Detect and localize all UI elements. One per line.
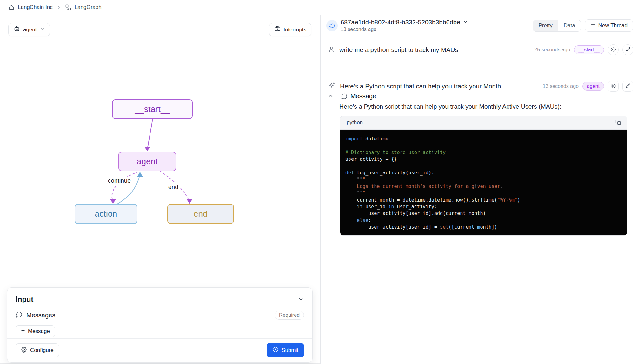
eye-icon <box>610 83 616 90</box>
workflow-icon <box>65 4 71 11</box>
new-thread-button[interactable]: New Thread <box>585 19 633 32</box>
copy-icon <box>615 120 621 126</box>
input-panel: Input Messages Required <box>7 287 313 363</box>
graph-node-end[interactable]: __end__ <box>167 204 234 224</box>
message-bubble-icon <box>341 93 348 100</box>
interrupts-label: Interrupts <box>283 27 306 33</box>
messages-field-label: Messages <box>26 312 55 319</box>
code-block-content: import datetime # Dictionary to store us… <box>340 130 627 235</box>
add-message-button[interactable]: Message <box>16 325 55 337</box>
view-toggle: Pretty Data <box>533 20 581 32</box>
input-field-messages: Messages Required <box>16 311 304 320</box>
graph-selector-dropdown[interactable]: agent <box>8 23 50 36</box>
message-row-ai: Here's a Python script that can help you… <box>328 81 633 92</box>
graph-panel: agent Interrupts __start__ agent action … <box>0 15 320 364</box>
sparkles-icon <box>328 82 336 91</box>
eye-icon <box>610 47 616 53</box>
breadcrumb-project[interactable]: LangGraph <box>65 4 102 11</box>
chevron-right-icon <box>56 5 61 10</box>
message-section-header: Message <box>328 93 376 100</box>
chevron-down-icon <box>463 19 468 26</box>
input-collapse-button[interactable] <box>298 296 304 303</box>
pencil-icon <box>625 83 631 89</box>
interrupts-button[interactable]: Interrupts <box>269 23 311 36</box>
view-message-button[interactable] <box>608 81 619 92</box>
plus-icon <box>21 328 25 335</box>
edge-label-continue: continue <box>106 177 133 185</box>
edit-message-button[interactable] <box>622 44 633 55</box>
timeline-connector <box>333 55 333 78</box>
copy-code-button[interactable] <box>615 120 621 126</box>
robot-icon <box>13 25 20 34</box>
submit-button[interactable]: Submit <box>267 343 304 357</box>
code-language-label: python <box>347 120 363 126</box>
graph-selector-label: agent <box>23 27 37 33</box>
edge-label-end: end <box>166 183 180 191</box>
message-section-label: Message <box>350 93 376 100</box>
view-toggle-data[interactable]: Data <box>558 20 581 31</box>
plus-icon <box>590 22 595 29</box>
thread-avatar <box>326 20 338 31</box>
configure-label: Configure <box>30 347 54 354</box>
node-badge-start[interactable]: __start__ <box>574 45 604 54</box>
gear-icon <box>21 347 27 354</box>
required-badge: Required <box>275 311 304 320</box>
human-message-timestamp: 25 seconds ago <box>534 47 570 53</box>
chevron-down-icon <box>40 26 45 33</box>
graph-node-start[interactable]: __start__ <box>112 99 193 119</box>
input-panel-title: Input <box>16 295 33 304</box>
chevron-up-icon <box>328 93 334 100</box>
view-message-button[interactable] <box>608 44 619 55</box>
thread-id: 687ae1dd-b802-4df8-b332-5203b3bb6dbe <box>341 19 460 26</box>
edit-message-button[interactable] <box>622 81 633 92</box>
view-toggle-pretty[interactable]: Pretty <box>533 20 558 31</box>
pencil-icon <box>625 47 631 53</box>
message-row-human: write me a python script to track my MAU… <box>328 44 633 55</box>
ai-message-timestamp: 13 seconds ago <box>543 83 579 89</box>
user-icon <box>328 46 335 54</box>
breadcrumb-org[interactable]: LangChain Inc <box>8 4 53 10</box>
play-circle-icon <box>272 346 279 354</box>
message-bubble-icon <box>16 311 23 319</box>
new-thread-label: New Thread <box>598 23 628 29</box>
human-message-text: write me a python script to track my MAU… <box>339 46 458 54</box>
code-block: python import datetime # Dictionary to s… <box>340 116 627 236</box>
bug-icon <box>274 26 281 34</box>
thread-panel: 687ae1dd-b802-4df8-b332-5203b3bb6dbe 13 … <box>320 15 638 364</box>
graph-edges <box>0 15 320 288</box>
breadcrumb-org-label: LangChain Inc <box>18 4 53 10</box>
ai-message-text: Here's a Python script that can help you… <box>340 83 506 90</box>
thread-id-dropdown[interactable]: 687ae1dd-b802-4df8-b332-5203b3bb6dbe <box>341 19 468 26</box>
main-area: agent Interrupts __start__ agent action … <box>0 15 638 364</box>
thread-last-updated: 13 seconds ago <box>341 27 468 32</box>
node-badge-agent[interactable]: agent <box>582 82 604 91</box>
configure-button[interactable]: Configure <box>16 343 59 357</box>
add-message-label: Message <box>28 328 50 335</box>
collapse-message-button[interactable] <box>328 93 334 100</box>
graph-node-action[interactable]: action <box>75 204 137 224</box>
ai-message-body: Here's a Python script that can help you… <box>339 103 625 110</box>
breadcrumb-project-label: LangGraph <box>75 4 102 10</box>
thread-header: 687ae1dd-b802-4df8-b332-5203b3bb6dbe 13 … <box>321 15 638 36</box>
app-root: LangChain Inc LangGraph agent <box>0 0 638 364</box>
home-icon <box>8 4 15 10</box>
graph-node-agent[interactable]: agent <box>118 152 176 171</box>
chevron-down-icon <box>298 296 304 303</box>
submit-label: Submit <box>282 347 298 354</box>
topbar: LangChain Inc LangGraph <box>0 0 638 15</box>
